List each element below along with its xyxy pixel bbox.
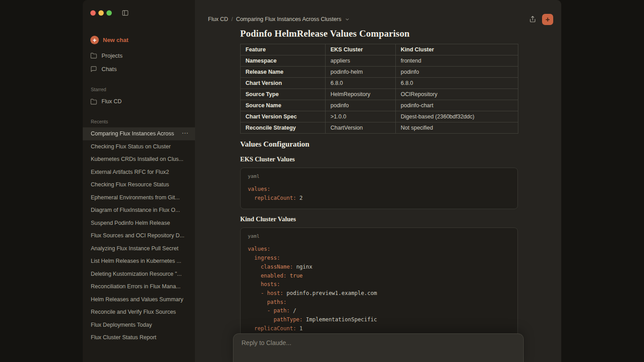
sidebar-recent-item[interactable]: Checking Flux Resource Status bbox=[83, 178, 195, 191]
assistant-message-content: Podinfo HelmRelease Values Comparison Fe… bbox=[240, 23, 518, 340]
sidebar-recent-item[interactable]: Comparing Flux Instances Across⋯ bbox=[83, 127, 195, 140]
sidebar-item-flux-cd-project[interactable]: Flux CD bbox=[86, 95, 191, 108]
sidebar-item-label: Chats bbox=[102, 66, 117, 72]
chat-title[interactable]: Comparing Flux Instances Across Clusters bbox=[236, 16, 342, 22]
folder-icon bbox=[90, 52, 97, 59]
code-line: paths: bbox=[248, 298, 510, 307]
table-cell: Source Name bbox=[241, 100, 326, 111]
sidebar-recent-item[interactable]: Kubernetes CRDs Installed on Clus... bbox=[83, 153, 195, 166]
sidebar-recent-item[interactable]: Flux Deployments Today bbox=[83, 319, 195, 332]
table-cell: appliers bbox=[326, 55, 396, 67]
sidebar-recent-item[interactable]: Checking Flux Status on Cluster bbox=[83, 140, 195, 153]
table-cell: 6.8.0 bbox=[326, 78, 396, 89]
table-cell: OCIRepository bbox=[396, 89, 518, 100]
minimize-button[interactable] bbox=[98, 10, 104, 16]
table-cell: >1.0.0 bbox=[326, 111, 396, 122]
code-line: enabled: true bbox=[248, 272, 510, 281]
breadcrumb-separator: / bbox=[231, 16, 233, 22]
table-cell: podinfo bbox=[326, 100, 396, 111]
chat-options-icon[interactable]: ⋯ bbox=[182, 129, 189, 137]
table-cell: Digest-based (2360bdf32ddc) bbox=[396, 111, 518, 122]
table-cell: Namespace bbox=[241, 55, 326, 67]
kind-code-block[interactable]: yamlvalues: ingress: className: nginx en… bbox=[240, 227, 518, 340]
recents-section-label: Recents bbox=[91, 119, 187, 124]
table-row: Namespaceappliersfrontend bbox=[241, 55, 518, 67]
chevron-down-icon[interactable] bbox=[345, 17, 350, 22]
reply-input[interactable]: Reply to Claude... bbox=[233, 333, 524, 362]
sidebar-recent-item[interactable]: External Artifacts RFC for Flux2 bbox=[83, 166, 195, 179]
new-chat-quick-button[interactable]: + bbox=[542, 14, 553, 25]
recent-item-label: Suspend Podinfo Helm Release bbox=[91, 220, 187, 226]
recent-item-label: Checking Flux Resource Status bbox=[91, 181, 187, 188]
recent-item-label: Kubernetes CRDs Installed on Clus... bbox=[91, 156, 187, 162]
table-cell: Chart Version bbox=[241, 78, 326, 89]
sidebar-recent-item[interactable]: Suspend Podinfo Helm Release bbox=[83, 217, 195, 230]
table-cell: podinfo-chart bbox=[396, 100, 518, 111]
sidebar-recent-item[interactable]: Helm Releases and Values Summary bbox=[83, 293, 195, 306]
sidebar-item-label: Projects bbox=[102, 52, 123, 59]
starred-item-label: Flux CD bbox=[102, 98, 122, 105]
new-chat-button[interactable]: + New chat bbox=[86, 34, 191, 46]
sidebar-toggle-icon[interactable] bbox=[122, 9, 129, 17]
table-row: Release Namepodinfo-helmpodinfo bbox=[241, 67, 518, 78]
close-button[interactable] bbox=[90, 10, 96, 16]
table-cell: Release Name bbox=[241, 67, 326, 78]
recent-item-label: External Artifacts RFC for Flux2 bbox=[91, 169, 187, 175]
zoom-button[interactable] bbox=[106, 10, 112, 16]
table-row: Reconcile StrategyChartVersionNot specif… bbox=[241, 122, 518, 134]
table-header-cell: EKS Cluster bbox=[326, 44, 396, 55]
starred-section-label: Starred bbox=[91, 87, 187, 92]
table-cell: Not specified bbox=[396, 122, 518, 134]
sidebar-recent-item[interactable]: Reconciliation Errors in Flux Mana... bbox=[83, 280, 195, 293]
sidebar-nav: Projects Chats bbox=[83, 49, 195, 76]
share-icon[interactable] bbox=[529, 16, 536, 23]
breadcrumb: Flux CD / Comparing Flux Instances Acros… bbox=[208, 16, 350, 22]
recent-item-label: Flux Sources and OCI Repository D... bbox=[91, 232, 187, 239]
comparison-table: FeatureEKS ClusterKind ClusterNamespacea… bbox=[240, 44, 518, 134]
eks-code-block[interactable]: yamlvalues: replicaCount: 2 bbox=[240, 168, 518, 209]
recents-list: Comparing Flux Instances Across⋯Checking… bbox=[83, 127, 195, 344]
sidebar-recent-item[interactable]: Deleting Kustomization Resource "... bbox=[83, 268, 195, 281]
message-heading-1: Podinfo HelmRelease Values Comparison bbox=[240, 27, 518, 40]
sidebar-recent-item[interactable]: Flux Cluster Status Report bbox=[83, 331, 195, 344]
recent-item-label: Checking Flux Status on Cluster bbox=[91, 143, 187, 150]
recent-item-label: Comparing Flux Instances Across bbox=[91, 130, 187, 137]
code-line: - host: podinfo.preview1.example.com bbox=[248, 289, 510, 298]
code-line: hosts: bbox=[248, 280, 510, 289]
recent-item-label: Flux Deployments Today bbox=[91, 322, 187, 328]
recent-item-label: Deleting Kustomization Resource "... bbox=[91, 271, 187, 277]
sidebar-recent-item[interactable]: Analyzing Flux Instance Pull Secret bbox=[83, 242, 195, 255]
code-line: replicaCount: 2 bbox=[248, 194, 510, 203]
breadcrumb-project-link[interactable]: Flux CD bbox=[208, 16, 228, 22]
chat-main-area: Flux CD / Comparing Flux Instances Acros… bbox=[195, 0, 561, 362]
sidebar-recent-item[interactable]: Flux Sources and OCI Repository D... bbox=[83, 229, 195, 242]
folder-icon bbox=[90, 98, 97, 105]
recent-item-label: Reconciliation Errors in Flux Mana... bbox=[91, 283, 187, 290]
comparison-table-body: FeatureEKS ClusterKind ClusterNamespacea… bbox=[241, 44, 518, 134]
code-language-label: yaml bbox=[248, 233, 510, 239]
sidebar-recent-item[interactable]: Diagram of FluxInstance in Flux O... bbox=[83, 204, 195, 217]
table-row: Source Namepodinfopodinfo-chart bbox=[241, 100, 518, 111]
table-cell: HelmRepository bbox=[326, 89, 396, 100]
table-cell: podinfo-helm bbox=[326, 67, 396, 78]
sidebar: + New chat Projects Chats Starred Flux C… bbox=[83, 0, 195, 362]
code-language-label: yaml bbox=[248, 173, 510, 179]
sidebar-item-chats[interactable]: Chats bbox=[86, 62, 191, 76]
table-cell: podinfo bbox=[396, 67, 518, 78]
table-row: Chart Version6.8.06.8.0 bbox=[241, 78, 518, 89]
code-line: ingress: bbox=[248, 254, 510, 263]
sidebar-recent-item[interactable]: Ephemeral Environments from Git... bbox=[83, 191, 195, 204]
sidebar-recent-item[interactable]: Reconcile and Verify Flux Sources bbox=[83, 306, 195, 319]
table-cell: Chart Version Spec bbox=[241, 111, 326, 122]
table-header-cell: Feature bbox=[241, 44, 326, 55]
app-window: + New chat Projects Chats Starred Flux C… bbox=[83, 0, 561, 362]
table-cell: frontend bbox=[396, 55, 518, 67]
table-row: Chart Version Spec>1.0.0Digest-based (23… bbox=[241, 111, 518, 122]
topbar-actions: + bbox=[529, 14, 553, 25]
table-cell: 6.8.0 bbox=[396, 78, 518, 89]
table-cell: Reconcile Strategy bbox=[241, 122, 326, 134]
sidebar-item-projects[interactable]: Projects bbox=[86, 49, 191, 62]
sidebar-recent-item[interactable]: List Helm Releases in Kubernetes ... bbox=[83, 255, 195, 268]
code-line: pathType: ImplementationSpecific bbox=[248, 316, 510, 324]
chat-topbar: Flux CD / Comparing Flux Instances Acros… bbox=[208, 13, 553, 26]
